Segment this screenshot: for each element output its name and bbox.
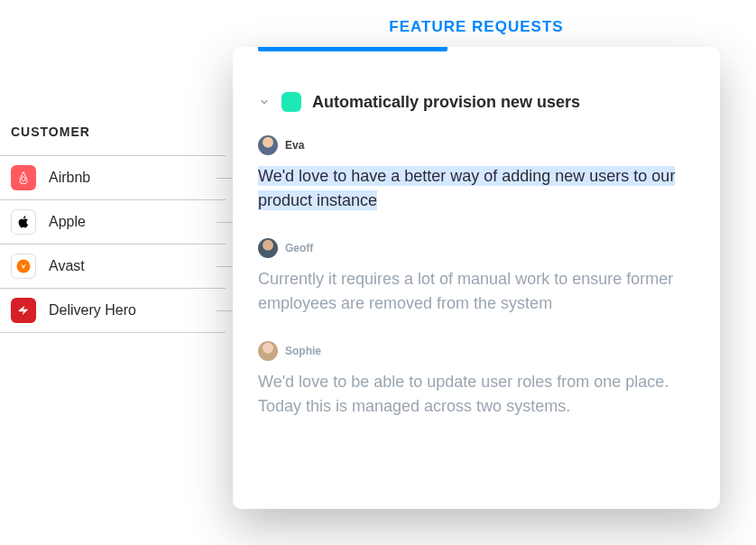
comment-body-wrapper: We'd love to have a better way of adding… bbox=[258, 164, 695, 213]
customer-item-avast[interactable]: Avast bbox=[0, 244, 226, 288]
comment-body: We'd love to be able to update user role… bbox=[258, 370, 695, 419]
customer-label: Delivery Hero bbox=[49, 302, 136, 319]
customer-label: Airbnb bbox=[49, 170, 90, 186]
customer-label: Apple bbox=[49, 214, 86, 230]
customer-item-apple[interactable]: Apple bbox=[0, 199, 226, 244]
comment-item: Geoff Currently it requires a lot of man… bbox=[258, 238, 695, 341]
customer-label: Avast bbox=[49, 258, 85, 274]
comment-author: Geoff bbox=[285, 242, 313, 254]
customer-item-airbnb[interactable]: Airbnb bbox=[0, 155, 226, 199]
comment-item: Sophie We'd love to be able to update us… bbox=[258, 341, 695, 444]
avatar bbox=[258, 135, 278, 155]
comment-body[interactable]: We'd love to have a better way of adding… bbox=[258, 166, 675, 210]
chevron-down-icon[interactable] bbox=[258, 96, 271, 108]
comment-header: Geoff bbox=[258, 238, 695, 258]
panel-heading: FEATURE REQUESTS bbox=[233, 18, 720, 47]
avatar bbox=[258, 238, 278, 258]
apple-icon bbox=[11, 209, 36, 235]
comment-author: Sophie bbox=[285, 345, 321, 357]
comment-body: Currently it requires a lot of manual wo… bbox=[258, 267, 695, 316]
feature-request-card: Automatically provision new users Eva We… bbox=[233, 47, 720, 509]
active-tab-indicator bbox=[258, 47, 447, 51]
customer-sidebar: CUSTOMER Airbnb Apple bbox=[0, 125, 226, 333]
main-panel: FEATURE REQUESTS Automatically provision… bbox=[233, 18, 720, 509]
comment-header: Eva bbox=[258, 135, 695, 155]
comment-item: Eva We'd love to have a better way of ad… bbox=[258, 135, 695, 238]
comment-author: Eva bbox=[285, 139, 304, 152]
sidebar-header: CUSTOMER bbox=[0, 125, 226, 155]
avast-icon bbox=[11, 254, 36, 279]
fade-overlay bbox=[233, 473, 720, 509]
card-title: Automatically provision new users bbox=[312, 93, 580, 112]
avatar bbox=[258, 341, 278, 361]
comment-header: Sophie bbox=[258, 341, 695, 361]
airbnb-icon bbox=[11, 165, 36, 190]
delivery-hero-icon bbox=[11, 298, 36, 323]
customer-item-delivery-hero[interactable]: Delivery Hero bbox=[0, 288, 226, 333]
status-indicator bbox=[281, 92, 301, 112]
card-header[interactable]: Automatically provision new users bbox=[258, 76, 695, 135]
